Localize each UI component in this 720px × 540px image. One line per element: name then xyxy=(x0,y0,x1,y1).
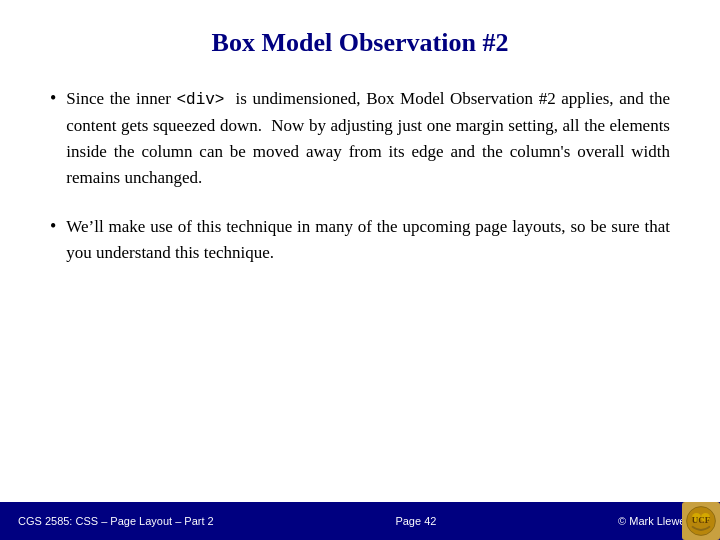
bullet-item-2: • We’ll make use of this technique in ma… xyxy=(50,214,670,267)
footer-left: CGS 2585: CSS – Page Layout – Part 2 xyxy=(18,515,214,527)
slide: Box Model Observation #2 • Since the inn… xyxy=(0,0,720,540)
logo-icon: UCF xyxy=(683,503,719,539)
bullet-text-1: Since the inner <div> is undimensioned, … xyxy=(66,86,670,192)
svg-text:UCF: UCF xyxy=(692,515,711,525)
bullet-text-2: We’ll make use of this technique in many… xyxy=(66,214,670,267)
footer-logo: UCF xyxy=(682,502,720,540)
slide-content: • Since the inner <div> is undimensioned… xyxy=(0,76,720,502)
slide-footer: CGS 2585: CSS – Page Layout – Part 2 Pag… xyxy=(0,502,720,540)
footer-center: Page 42 xyxy=(395,515,436,527)
slide-title: Box Model Observation #2 xyxy=(0,0,720,76)
bullet-dot-2: • xyxy=(50,216,56,237)
bullet-dot-1: • xyxy=(50,88,56,109)
bullet-item-1: • Since the inner <div> is undimensioned… xyxy=(50,86,670,192)
